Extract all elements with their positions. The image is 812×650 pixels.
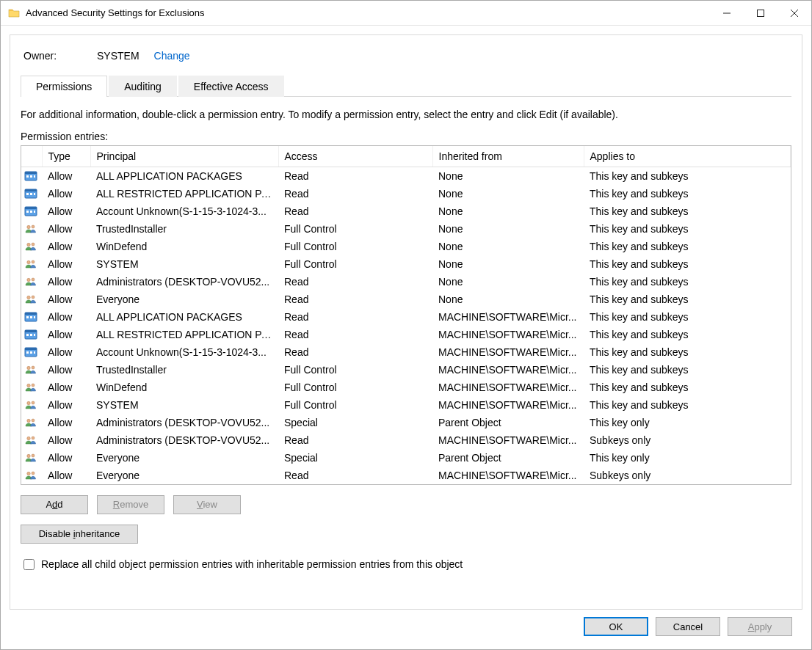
package-icon [21,326,42,343]
cell-access: Read [278,273,432,291]
cell-access: Read [278,467,432,484]
cell-principal: Everyone [90,291,278,308]
table-header-row: Type Principal Access Inherited from App… [21,146,791,167]
table-row[interactable]: AllowTrustedInstallerFull ControlNoneThi… [21,220,791,238]
cell-principal: Account Unknown(S-1-15-3-1024-3... [90,343,278,361]
cell-principal: TrustedInstaller [90,361,278,379]
replace-children-row: Replace all child object permission entr… [21,557,791,572]
permissions-table-wrap: Type Principal Access Inherited from App… [21,145,791,485]
cell-inherited: None [432,202,584,220]
tab-effective-access[interactable]: Effective Access [178,76,284,97]
table-row[interactable]: AllowALL APPLICATION PACKAGESReadMACHINE… [21,308,791,326]
col-principal[interactable]: Principal [90,146,278,167]
cell-applies: This key and subkeys [584,255,791,273]
col-applies[interactable]: Applies to [584,146,791,167]
cell-principal: WinDefend [90,379,278,396]
cell-applies: This key and subkeys [584,238,791,255]
table-row[interactable]: AllowALL RESTRICTED APPLICATION PAC...Re… [21,185,791,202]
change-owner-link[interactable]: Change [154,50,190,62]
replace-children-label: Replace all child object permission entr… [41,558,463,570]
cell-applies: Subkeys only [584,431,791,449]
table-row[interactable]: AllowEveryoneReadMACHINE\SOFTWARE\Micr..… [21,467,791,484]
table-row[interactable]: AllowSYSTEMFull ControlNoneThis key and … [21,255,791,273]
group-icon [21,414,42,431]
cell-inherited: MACHINE\SOFTWARE\Micr... [432,396,584,414]
cell-inherited: None [432,185,584,202]
package-icon [21,185,42,202]
table-row[interactable]: AllowWinDefendFull ControlNoneThis key a… [21,238,791,255]
cell-inherited: None [432,273,584,291]
group-icon [21,449,42,467]
cell-inherited: MACHINE\SOFTWARE\Micr... [432,343,584,361]
table-row[interactable]: AllowAdministrators (DESKTOP-VOVU52...Re… [21,273,791,291]
package-icon [21,167,42,185]
table-row[interactable]: AllowEveryoneReadNoneThis key and subkey… [21,291,791,308]
cell-inherited: MACHINE\SOFTWARE\Micr... [432,361,584,379]
cell-type: Allow [42,396,90,414]
ok-button[interactable]: OK [584,617,648,636]
table-row[interactable]: AllowAccount Unknown(S-1-15-3-1024-3...R… [21,202,791,220]
cell-type: Allow [42,379,90,396]
action-buttons: Add Remove View [21,495,791,514]
minimize-button[interactable] [710,1,744,25]
cell-access: Full Control [278,379,432,396]
cell-applies: This key and subkeys [584,291,791,308]
table-row[interactable]: AllowSYSTEMFull ControlMACHINE\SOFTWARE\… [21,396,791,414]
cell-applies: This key and subkeys [584,202,791,220]
col-inherited[interactable]: Inherited from [432,146,584,167]
tab-auditing[interactable]: Auditing [109,76,177,97]
add-button[interactable]: Add [21,495,88,514]
table-row[interactable]: AllowWinDefendFull ControlMACHINE\SOFTWA… [21,379,791,396]
table-row[interactable]: AllowTrustedInstallerFull ControlMACHINE… [21,361,791,379]
close-button[interactable] [777,1,811,25]
cell-principal: ALL RESTRICTED APPLICATION PAC... [90,326,278,343]
disable-inheritance-button[interactable]: Disable inheritance [21,525,138,544]
group-icon [21,396,42,414]
maximize-button[interactable] [744,1,777,25]
cell-type: Allow [42,361,90,379]
cell-inherited: MACHINE\SOFTWARE\Micr... [432,326,584,343]
cell-inherited: MACHINE\SOFTWARE\Micr... [432,379,584,396]
table-row[interactable]: AllowAccount Unknown(S-1-15-3-1024-3...R… [21,343,791,361]
remove-button[interactable]: Remove [97,495,164,514]
table-row[interactable]: AllowALL RESTRICTED APPLICATION PAC...Re… [21,326,791,343]
cell-access: Full Control [278,220,432,238]
group-icon [21,291,42,308]
cell-principal: Administrators (DESKTOP-VOVU52... [90,414,278,431]
cell-type: Allow [42,255,90,273]
apply-button[interactable]: Apply [728,617,792,636]
cancel-button[interactable]: Cancel [656,617,720,636]
col-access[interactable]: Access [278,146,432,167]
table-row[interactable]: AllowALL APPLICATION PACKAGESReadNoneThi… [21,167,791,185]
owner-value: SYSTEM [97,50,139,62]
table-row[interactable]: AllowAdministrators (DESKTOP-VOVU52...Sp… [21,414,791,431]
cell-inherited: MACHINE\SOFTWARE\Micr... [432,431,584,449]
table-row[interactable]: AllowEveryoneSpecialParent ObjectThis ke… [21,449,791,467]
cell-access: Read [278,185,432,202]
entries-label: Permission entries: [21,131,791,142]
cell-type: Allow [42,449,90,467]
cell-type: Allow [42,202,90,220]
col-icon[interactable] [21,146,42,167]
instruction-text: For additional information, double-click… [21,109,791,120]
table-row[interactable]: AllowAdministrators (DESKTOP-VOVU52...Re… [21,431,791,449]
cell-inherited: Parent Object [432,414,584,431]
cell-applies: This key only [584,414,791,431]
group-icon [21,361,42,379]
cell-applies: This key and subkeys [584,185,791,202]
cell-applies: This key and subkeys [584,167,791,185]
cell-access: Special [278,414,432,431]
folder-icon [8,7,20,19]
cell-inherited: Parent Object [432,449,584,467]
view-button[interactable]: View [173,495,241,514]
tab-permissions[interactable]: Permissions [21,76,107,97]
permissions-table[interactable]: Type Principal Access Inherited from App… [21,146,791,484]
titlebar: Advanced Security Settings for Exclusion… [1,1,811,26]
cell-inherited: None [432,220,584,238]
cell-access: Read [278,202,432,220]
col-type[interactable]: Type [42,146,90,167]
window-title: Advanced Security Settings for Exclusion… [26,7,205,18]
package-icon [21,343,42,361]
replace-children-checkbox[interactable] [23,559,35,570]
cell-access: Read [278,167,432,185]
